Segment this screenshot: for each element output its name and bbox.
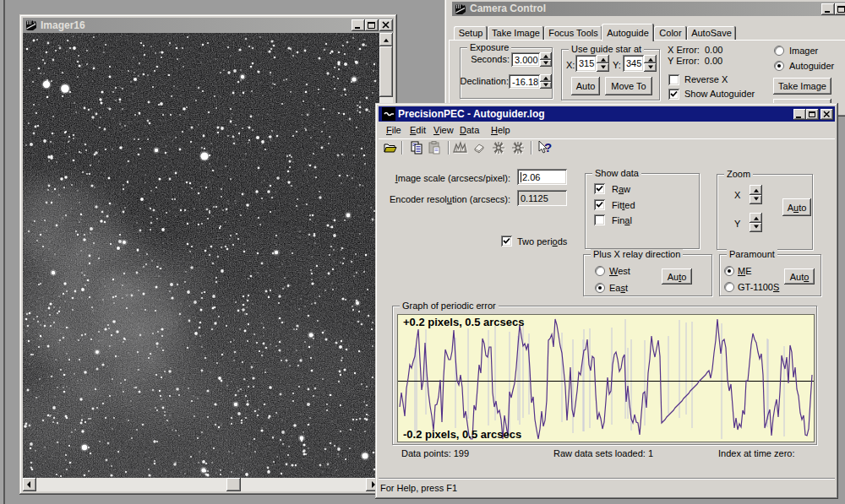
svg-text:?: ? [544,140,552,154]
